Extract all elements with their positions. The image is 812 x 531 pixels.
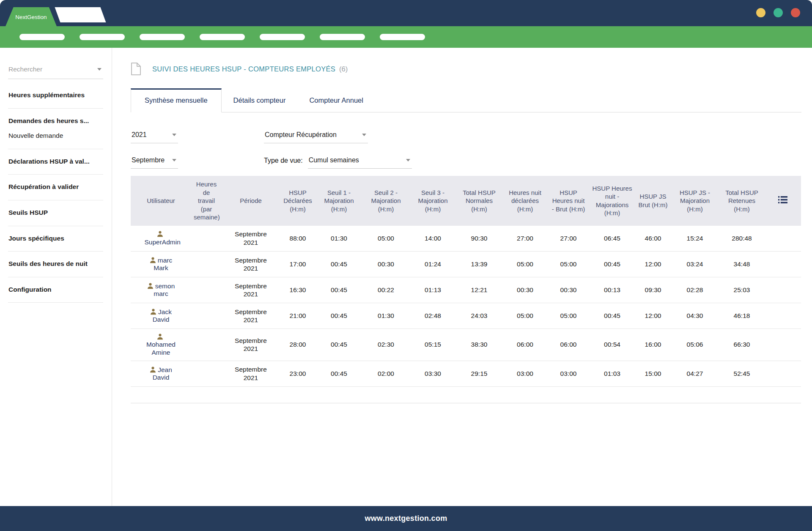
column-header: Seuil 3 - Majoration (H:m) [409,176,456,226]
value-cell: 00:30 [362,252,409,277]
tab-d-tails-compteur[interactable]: Détails compteur [222,89,298,112]
sidebar-item[interactable]: Déclarations HSUP à val... [8,158,103,166]
app-window: NextGestion Rechercher Heures supplément… [0,0,812,531]
brand-label: NextGestion [15,14,47,20]
column-header: HSUP Heures nuit - Brut (H:m) [548,176,589,226]
user-name-link[interactable]: Jean David [145,366,178,382]
value-cell: 03:24 [670,252,719,277]
nav-pill[interactable] [320,34,365,40]
footer-url: www.nextgestion.com [365,514,447,523]
user-cell: Jean David [131,361,191,386]
value-cell: 00:45 [315,252,362,277]
sidebar-menu: Heures supplémentairesDemandes des heure… [8,83,103,303]
value-cell: 88:00 [280,226,315,252]
sidebar-item[interactable]: Configuration [8,286,103,294]
user-cell: SuperAdmin [131,226,191,252]
search-input[interactable]: Rechercher [8,64,103,79]
chevron-down-icon [362,134,366,136]
table-row: semon marcSeptembre 202116:3000:4500:220… [131,277,801,303]
brand-tab[interactable]: NextGestion [5,7,57,26]
value-cell: 03:30 [409,361,456,386]
nav-pill[interactable] [80,34,125,40]
nav-pill[interactable] [19,34,65,40]
value-cell: 05:15 [409,329,456,361]
column-header: Heures nuit déclarées (H:m) [502,176,548,226]
user-cell: Jack David [131,303,191,329]
year-select-value: 2021 [132,131,147,139]
sidebar-item[interactable]: Seuils HSUP [8,209,103,217]
value-cell: 38:30 [456,329,502,361]
sidebar-item[interactable]: Heures supplémentaires [8,91,103,99]
tab-synth-se-mensuelle[interactable]: Synthèse mensuelle [131,88,222,112]
sidebar-group: Seuils des heures de nuit [8,252,103,277]
user-name-link[interactable]: semon marc [145,282,178,298]
user-name-link[interactable]: SuperAdmin [145,230,178,246]
value-cell: 01:30 [362,303,409,329]
sidebar-item[interactable]: Demandes des heures s... [8,117,103,125]
period-cell: Septembre 2021 [222,252,280,277]
value-cell: 05:00 [548,252,589,277]
value-cell: 03:00 [548,361,589,386]
value-cell: 00:30 [502,277,548,303]
sidebar-item[interactable]: Jours spécifiques [8,235,103,243]
nav-pill[interactable] [140,34,185,40]
nav-pill[interactable] [200,34,245,40]
counter-type-value: Compteur Récupération [265,131,337,139]
spacer-cell [131,386,801,403]
value-cell: 15:00 [636,361,670,386]
column-header: HSUP JS Brut (H:m) [636,176,670,226]
red-circle-button[interactable] [791,8,800,17]
table-row: marc MarkSeptembre 202117:0000:4500:3001… [131,252,801,277]
month-select[interactable]: Septembre [131,155,178,169]
search-placeholder: Rechercher [8,66,42,73]
sidebar: Rechercher Heures supplémentairesDemande… [0,48,112,506]
year-select[interactable]: 2021 [131,129,178,143]
filters: 2021 Compteur Récupération Septembre Typ… [131,129,801,169]
teal-circle-button[interactable] [774,8,783,17]
nav-pill[interactable] [260,34,305,40]
value-cell: 21:00 [280,303,315,329]
actions-cell [764,277,801,303]
view-type-select[interactable]: Cumul semaines [308,155,412,169]
actions-cell [764,361,801,386]
table-row: SuperAdminSeptembre 202188:0001:3005:001… [131,226,801,252]
yellow-circle-button[interactable] [756,8,765,17]
table-header-row: UtilisateurHeures de travail (par semain… [131,176,801,226]
table-spacer-row [131,386,801,403]
value-cell: 01:24 [409,252,456,277]
sidebar-item[interactable]: Récupération à valider [8,183,103,191]
month-select-value: Septembre [132,156,165,164]
nav-pill[interactable] [380,34,425,40]
sidebar-group: Demandes des heures s...Nouvelle demande [8,109,103,149]
value-cell: 90:30 [456,226,502,252]
value-cell: 27:00 [502,226,548,252]
value-cell: 00:54 [589,329,636,361]
counter-type-select[interactable]: Compteur Récupération [264,129,368,143]
content: Rechercher Heures supplémentairesDemande… [0,48,812,506]
value-cell: 09:30 [636,277,670,303]
user-name-link[interactable]: marc Mark [145,257,178,272]
value-cell: 05:00 [502,303,548,329]
column-header: Période [222,176,280,226]
value-cell: 52:45 [719,361,764,386]
period-cell: Septembre 2021 [222,303,280,329]
hours-per-week-cell [191,226,222,252]
sidebar-item[interactable]: Seuils des heures de nuit [8,260,103,268]
value-cell: 04:27 [670,361,719,386]
period-text: Septembre 2021 [233,256,269,273]
user-name-link[interactable]: Jack David [145,308,178,324]
actions-cell [764,252,801,277]
window-tab-placeholder[interactable] [55,7,106,22]
value-cell: 12:00 [636,252,670,277]
user-name-link[interactable]: Mohamed Amine [145,333,178,356]
period-text: Septembre 2021 [233,308,269,324]
value-cell: 46:18 [719,303,764,329]
period-text: Septembre 2021 [233,337,269,353]
view-type-value: Cumul semaines [309,156,359,164]
traffic-lights [756,8,800,17]
tab-compteur-annuel[interactable]: Compteur Annuel [297,89,375,112]
sidebar-item[interactable]: Nouvelle demande [8,132,103,140]
actions-cell [764,329,801,361]
value-cell: 14:00 [409,226,456,252]
list-icon[interactable] [778,196,787,205]
